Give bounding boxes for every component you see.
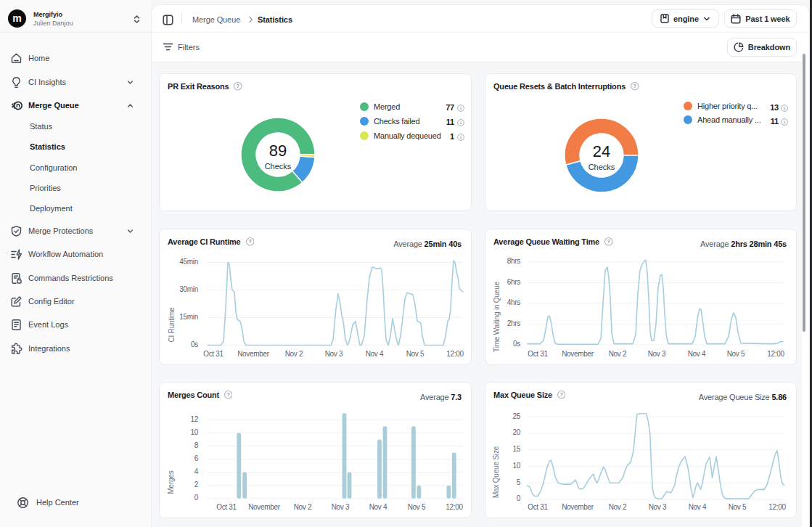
svg-text:?: ?: [633, 83, 637, 89]
svg-text:?: ?: [237, 83, 240, 89]
